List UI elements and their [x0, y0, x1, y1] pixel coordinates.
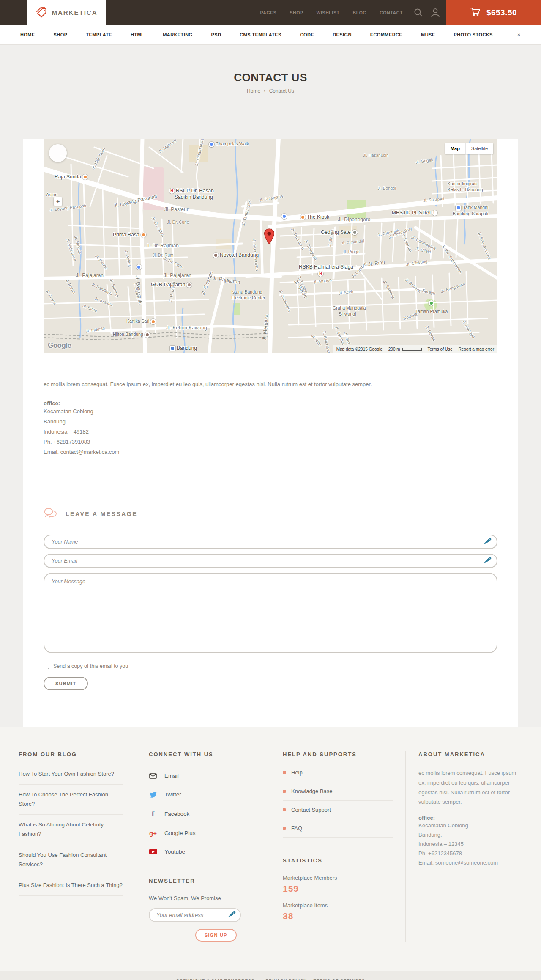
help-link[interactable]: Help	[283, 769, 393, 782]
office-line: Ph. +6212345678	[418, 849, 522, 858]
header-nav-link[interactable]: CONTACT	[380, 10, 403, 15]
terms-of-use-link[interactable]: Terms of Use	[428, 347, 453, 351]
map-pan-control[interactable]	[49, 144, 67, 162]
footer-about-column: ABOUT MARKETICA ec mollis lorem consequa…	[406, 751, 522, 942]
newsletter-email-input[interactable]	[149, 908, 241, 922]
map-label: Kantor Imigrasi	[448, 181, 478, 186]
newsletter-field-wrap	[149, 908, 241, 922]
map-poi-icon	[318, 271, 323, 277]
map-poi-icon	[300, 214, 306, 220]
google-logo[interactable]: Google	[48, 341, 71, 350]
office-line: Bandung.	[418, 830, 522, 840]
submit-button[interactable]: SUBMIT	[44, 677, 88, 690]
page-footer: FROM OUR BLOG How To Start Your Own Fash…	[0, 727, 541, 971]
map-label: Champelas Walk	[208, 141, 249, 147]
email-input[interactable]	[44, 554, 497, 568]
blog-post-link[interactable]: What is So Alluring About Celebrity Fash…	[19, 815, 123, 845]
header-nav-link[interactable]: SHOP	[290, 10, 303, 15]
map-button[interactable]: Map	[445, 143, 465, 154]
social-link-twitter[interactable]: Twitter	[149, 787, 257, 802]
search-icon[interactable]	[414, 8, 423, 17]
pan-left-arrow-icon[interactable]	[52, 151, 56, 155]
category-nav-link[interactable]: SHOP	[54, 32, 68, 37]
map-label: Bandung	[169, 345, 197, 351]
category-nav-link[interactable]: MUSE	[421, 32, 435, 37]
category-nav-link[interactable]: PHOTO STOCKS	[454, 32, 492, 37]
pan-up-arrow-icon[interactable]	[56, 147, 60, 151]
connect-heading: CONNECT WITH US	[149, 751, 257, 758]
office-label: office:	[44, 400, 497, 406]
map-label: RSKB Halmahera Siaga	[299, 264, 353, 270]
breadcrumb-home-link[interactable]: Home	[247, 88, 260, 94]
category-nav-link[interactable]: HOME	[20, 32, 35, 37]
map-label: Jl. Progo	[343, 250, 359, 254]
category-nav-link[interactable]: TEMPLATE	[86, 32, 112, 37]
category-nav-link[interactable]: HTML	[131, 32, 144, 37]
category-nav-link[interactable]: PSD	[211, 32, 221, 37]
map-label: Istana Bandung	[231, 289, 262, 294]
social-link-facebook[interactable]: f Facebook	[149, 806, 257, 822]
category-nav-link[interactable]: ECOMMERCE	[370, 32, 402, 37]
category-nav-link[interactable]: CMS TEMPLATES	[240, 32, 281, 37]
user-icon[interactable]	[431, 8, 440, 17]
message-textarea[interactable]	[44, 573, 497, 653]
category-nav-link[interactable]: DESIGN	[333, 32, 352, 37]
category-nav-link[interactable]: CODE	[300, 32, 314, 37]
cart-total: $653.50	[486, 8, 517, 17]
stat-value: 159	[283, 884, 393, 894]
map-poi-icon	[169, 188, 175, 194]
report-map-error-link[interactable]: Report a map error	[459, 347, 494, 351]
blog-post-link[interactable]: How To Start Your Own Fashion Store?	[19, 769, 123, 785]
content-card: Champelas WalkJl. HasanudinJl. GagakKant…	[23, 139, 518, 727]
blog-post-link[interactable]: Plus Size Fashion: Is There Such a Thing…	[19, 875, 123, 896]
map-poi-icon	[186, 282, 192, 288]
name-input[interactable]	[44, 535, 497, 549]
name-field-wrap	[44, 535, 497, 549]
map-poi-icon	[213, 253, 219, 258]
map-poi-icon	[281, 214, 287, 219]
about-text: ec mollis lorem consequat. Fusce ipsum e…	[418, 769, 522, 807]
blog-post-link[interactable]: Should You Use Fashion Consultant Servic…	[19, 845, 123, 875]
office-line: Email. someone@someone.com	[418, 858, 522, 867]
social-link-googleplus[interactable]: g+ Google Plus	[149, 826, 257, 840]
header-nav-link[interactable]: WISHLIST	[317, 10, 340, 15]
satellite-button[interactable]: Satellite	[465, 143, 493, 154]
map-label: Jl. Diponegoro	[338, 217, 370, 222]
header-nav-link[interactable]: BLOG	[353, 10, 367, 15]
blog-post-link[interactable]: How To Choose The Perfect Fashion Store?	[19, 785, 123, 815]
footer-connect-column: CONNECT WITH US Email Twitter f Facebook…	[136, 751, 270, 942]
bullet-icon	[283, 771, 286, 774]
twitter-icon	[149, 792, 157, 798]
office-line: Kecamatan Coblong	[418, 821, 522, 830]
map-label: Jl. Kebon Kawung	[166, 325, 207, 331]
map-label: Sadikin Bandung	[175, 194, 213, 200]
help-link[interactable]: FAQ	[283, 819, 393, 838]
map-poi-icon	[145, 332, 150, 338]
send-copy-checkbox[interactable]	[44, 664, 49, 669]
category-nav-link[interactable]: MARKETING	[163, 32, 192, 37]
office-line: Kecamatan Coblong	[44, 406, 497, 417]
map-label	[280, 213, 288, 219]
google-map[interactable]: Champelas WalkJl. HasanudinJl. GagakKant…	[44, 139, 497, 353]
map-zoom-in-button[interactable]: +	[54, 197, 62, 206]
header-nav-link[interactable]: PAGES	[260, 10, 276, 15]
pan-down-arrow-icon[interactable]	[56, 155, 60, 159]
map-poi-icon	[456, 205, 461, 211]
page-header: CONTACT US Home › Contact Us	[0, 45, 541, 118]
help-link[interactable]: Knowladge Base	[283, 782, 393, 801]
statistics-section: STATISTICS Marketplace Members 159 Marke…	[283, 857, 393, 921]
map-label: Kartika Sari	[126, 318, 157, 324]
signup-button[interactable]: SIGN UP	[195, 929, 237, 942]
cart-button[interactable]: $653.50	[446, 0, 541, 25]
pan-right-arrow-icon[interactable]	[60, 151, 64, 155]
map-label: Graha Manggala	[333, 305, 366, 310]
chevron-down-icon[interactable]: »	[516, 33, 522, 36]
map-label: Gedung Sate	[321, 229, 359, 235]
social-link-youtube[interactable]: Youtube	[149, 844, 257, 859]
header-nav: PAGESSHOPWISHLISTBLOGCONTACT	[260, 0, 403, 25]
social-link-email[interactable]: Email	[149, 769, 257, 783]
brand-logo[interactable]: MARKETICA	[27, 0, 106, 25]
help-link[interactable]: Contact Support	[283, 801, 393, 819]
message-field-wrap	[44, 573, 497, 655]
map-poi-icon	[136, 264, 142, 270]
